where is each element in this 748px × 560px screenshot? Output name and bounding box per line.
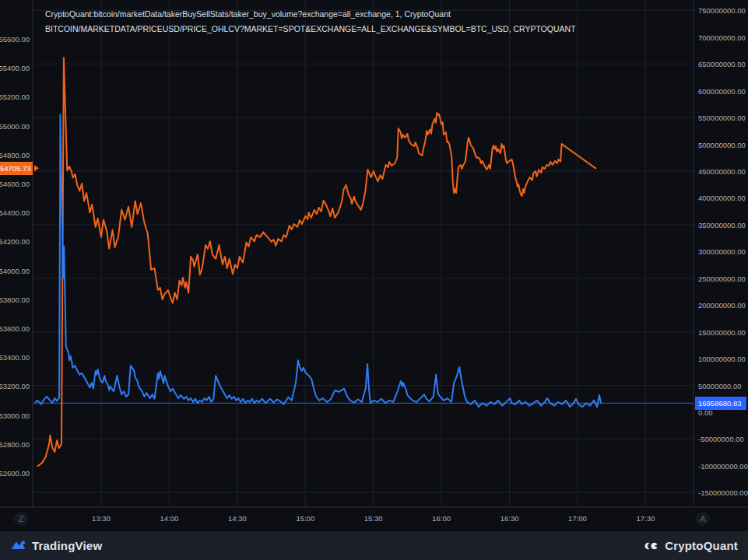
last-volume-badge: 16958680.83 bbox=[695, 397, 746, 410]
volume-axis-right[interactable]: 16958680.83 750000000.00700000000.006500… bbox=[695, 0, 748, 507]
time-tick-label: 16:30 bbox=[500, 514, 519, 523]
time-tick-label: 14:30 bbox=[228, 514, 247, 523]
volume-tick-label: 750000000.00 bbox=[698, 6, 746, 15]
price-tick-label: 54800.00 bbox=[0, 151, 30, 159]
price-tick-label: 53800.00 bbox=[0, 296, 30, 304]
price-tick-label: 54600.00 bbox=[0, 180, 30, 188]
volume-tick-label: 600000000.00 bbox=[698, 87, 746, 96]
volume-tick-label: 50000000.00 bbox=[698, 382, 741, 390]
cryptoquant-logo-icon bbox=[644, 538, 659, 554]
volume-tick-label: 500000000.00 bbox=[698, 141, 746, 149]
time-tick-label: 15:00 bbox=[296, 514, 314, 523]
volume-tick-label: -100000000.00 bbox=[698, 462, 748, 471]
legend-line-volume: CryptoQuant:bitcoin/marketData/takerBuyS… bbox=[45, 7, 576, 22]
tradingview-logo-icon bbox=[10, 537, 26, 554]
volume-tick-label: 300000000.00 bbox=[698, 247, 746, 256]
time-axis[interactable]: 13:3014:0014:3015:0015:3016:0016:3017:00… bbox=[0, 507, 748, 532]
price-tick-label: 53400.00 bbox=[0, 353, 30, 362]
price-tick-label: 53600.00 bbox=[0, 324, 30, 333]
zoom-out-button[interactable]: Z bbox=[14, 512, 28, 526]
price-tick-label: 55000.00 bbox=[0, 122, 30, 131]
attribution-bar: TradingView CryptoQuant bbox=[0, 531, 748, 560]
taker-buy-volume-line bbox=[36, 115, 602, 407]
auto-scale-button[interactable]: A bbox=[696, 512, 710, 526]
volume-tick-label: 700000000.00 bbox=[698, 33, 746, 42]
cryptoquant-brand: CryptoQuant bbox=[644, 538, 738, 554]
price-tick-label: 54000.00 bbox=[0, 267, 30, 275]
volume-tick-label: 550000000.00 bbox=[698, 114, 746, 122]
volume-tick-label: 250000000.00 bbox=[698, 275, 746, 283]
time-tick-label: 13:30 bbox=[92, 514, 111, 523]
volume-tick-label: 200000000.00 bbox=[698, 301, 746, 310]
volume-tick-label: 100000000.00 bbox=[698, 355, 746, 363]
time-tick-label: 15:30 bbox=[364, 514, 383, 523]
time-tick-label: 16:00 bbox=[432, 514, 451, 523]
legend-line-price: BITCOIN/MARKETDATA/PRICEUSD/PRICE_OHLCV?… bbox=[45, 22, 576, 37]
volume-tick-label: 150000000.00 bbox=[698, 328, 746, 337]
volume-tick-label: 400000000.00 bbox=[698, 194, 746, 202]
volume-tick-label: 450000000.00 bbox=[698, 167, 746, 176]
time-tick-label: 14:00 bbox=[160, 514, 179, 523]
price-tick-label: 54400.00 bbox=[0, 208, 30, 217]
price-tick-label: 53200.00 bbox=[0, 382, 30, 390]
tradingview-label: TradingView bbox=[32, 539, 102, 552]
last-price-arrow-icon bbox=[34, 165, 39, 171]
volume-tick-label: 650000000.00 bbox=[698, 60, 746, 68]
volume-tick-label: 350000000.00 bbox=[698, 221, 746, 229]
price-tick-label: 52600.00 bbox=[0, 469, 30, 478]
chart-plot-area[interactable] bbox=[0, 0, 748, 532]
price-tick-label: 53000.00 bbox=[0, 411, 30, 420]
volume-tick-label: -150000000.00 bbox=[698, 488, 748, 497]
chart-window: CryptoQuant:bitcoin/marketData/takerBuyS… bbox=[0, 0, 748, 560]
price-tick-label: 54200.00 bbox=[0, 237, 30, 246]
time-tick-label: 17:30 bbox=[637, 514, 655, 523]
time-tick-label: 17:00 bbox=[568, 514, 587, 523]
cryptoquant-label: CryptoQuant bbox=[665, 539, 738, 552]
price-tick-label: 55200.00 bbox=[0, 93, 30, 101]
price-tick-label: 52800.00 bbox=[0, 440, 30, 449]
price-tick-label: 55600.00 bbox=[0, 35, 30, 44]
volume-tick-label: -50000000.00 bbox=[698, 435, 744, 443]
price-axis-left[interactable]: 54705.73 55600.0055400.0055200.0055000.0… bbox=[0, 0, 33, 507]
tradingview-brand[interactable]: TradingView bbox=[10, 537, 102, 554]
price-tick-label: 55400.00 bbox=[0, 64, 30, 72]
last-price-badge: 54705.73 bbox=[0, 162, 33, 175]
chart-legend: CryptoQuant:bitcoin/marketData/takerBuyS… bbox=[45, 7, 576, 37]
btc-usd-price-line bbox=[37, 58, 595, 466]
